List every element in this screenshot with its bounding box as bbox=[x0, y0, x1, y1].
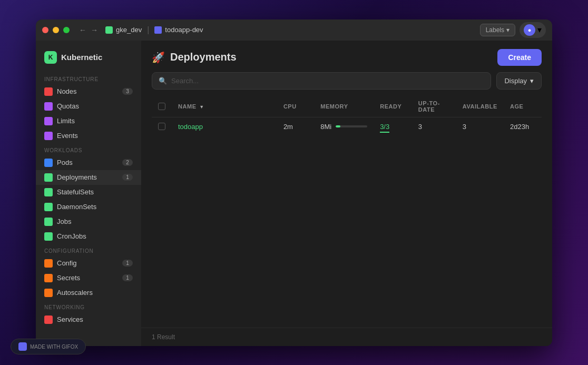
brand-name: Kubernetic bbox=[61, 53, 102, 62]
config-icon bbox=[44, 259, 53, 268]
deployments-table: NAME ▼ CPU MEMORY READY bbox=[152, 96, 542, 136]
sidebar-item-pods[interactable]: Pods 2 bbox=[36, 155, 141, 170]
th-age[interactable]: AGE bbox=[504, 96, 542, 117]
sidebar-item-cronjobs[interactable]: CronJobs bbox=[36, 229, 141, 244]
sidebar-item-secrets[interactable]: Secrets 1 bbox=[36, 271, 141, 285]
sidebar-item-daemonsets[interactable]: DaemonSets bbox=[36, 200, 141, 214]
cronjobs-label: CronJobs bbox=[57, 232, 133, 240]
create-button[interactable]: Create bbox=[497, 49, 542, 66]
toolbar: 🔍 Display ▾ bbox=[141, 72, 552, 96]
row-memory: 8Mi bbox=[314, 117, 374, 136]
memory-bar-bg bbox=[336, 125, 367, 127]
nodes-icon bbox=[44, 87, 53, 96]
th-ready[interactable]: READY bbox=[374, 96, 412, 117]
gifox-icon bbox=[18, 342, 27, 351]
row-ready: 3/3 bbox=[374, 117, 412, 136]
sidebar-item-deployments[interactable]: Deployments 1 bbox=[36, 170, 141, 185]
main-panel: 🚀 Deployments Create 🔍 Display ▾ bbox=[141, 41, 552, 346]
cluster-name[interactable]: gke_dev bbox=[116, 26, 142, 34]
cluster-icon bbox=[105, 26, 113, 34]
autoscalers-label: Autoscalers bbox=[57, 289, 133, 297]
sidebar-item-nodes[interactable]: Nodes 3 bbox=[36, 84, 141, 99]
breadcrumb: gke_dev | todoapp-dev bbox=[105, 25, 203, 35]
sidebar-item-statefulsets[interactable]: StatefulSets bbox=[36, 185, 141, 200]
display-label: Display bbox=[504, 77, 527, 85]
events-label: Events bbox=[57, 132, 133, 140]
namespace-icon bbox=[154, 26, 162, 34]
breadcrumb-separator: | bbox=[147, 25, 149, 35]
row-checkbox-cell bbox=[152, 117, 172, 136]
services-label: Services bbox=[57, 315, 133, 323]
search-box: 🔍 bbox=[152, 72, 491, 90]
th-name[interactable]: NAME ▼ bbox=[172, 96, 277, 117]
autoscalers-icon bbox=[44, 289, 53, 297]
avatar-icon: ● bbox=[528, 27, 532, 33]
quotas-icon bbox=[44, 102, 53, 111]
page-title: Deployments bbox=[170, 51, 492, 63]
memory-bar-fill bbox=[336, 125, 340, 127]
th-available[interactable]: AVAILABLE bbox=[456, 96, 504, 117]
sidebar-item-jobs[interactable]: Jobs bbox=[36, 214, 141, 229]
memory-bar-wrap: 8Mi bbox=[320, 123, 367, 131]
gifox-badge: MADE WITH GIFOX bbox=[11, 339, 86, 354]
display-button[interactable]: Display ▾ bbox=[496, 72, 542, 90]
deployments-icon bbox=[44, 173, 53, 182]
pods-label: Pods bbox=[57, 159, 118, 166]
daemonsets-label: DaemonSets bbox=[57, 203, 133, 211]
deployments-label: Deployments bbox=[57, 173, 118, 181]
ready-badge: 3/3 bbox=[380, 123, 389, 133]
display-chevron-icon: ▾ bbox=[530, 77, 534, 85]
th-checkbox bbox=[152, 96, 172, 117]
labels-dropdown[interactable]: Labels ▾ bbox=[480, 24, 515, 36]
secrets-icon bbox=[44, 274, 53, 282]
user-menu[interactable]: ● ▾ bbox=[520, 22, 546, 38]
sidebar-item-autoscalers[interactable]: Autoscalers bbox=[36, 285, 141, 300]
labels-chevron: ▾ bbox=[506, 26, 509, 34]
row-cpu: 2m bbox=[277, 117, 314, 136]
row-checkbox[interactable] bbox=[158, 123, 165, 130]
jobs-icon bbox=[44, 218, 53, 226]
sidebar-item-events[interactable]: Events bbox=[36, 129, 141, 143]
secrets-label: Secrets bbox=[57, 274, 118, 282]
deployment-link[interactable]: todoapp bbox=[178, 123, 203, 131]
sidebar-item-services[interactable]: Services bbox=[36, 312, 141, 327]
namespace-name[interactable]: todoapp-dev bbox=[165, 26, 203, 34]
limits-label: Limits bbox=[57, 117, 133, 125]
titlebar-right: Labels ▾ ● ▾ bbox=[480, 22, 546, 38]
deployments-badge: 1 bbox=[122, 174, 133, 181]
result-count: 1 Result bbox=[152, 333, 175, 341]
th-cpu[interactable]: CPU bbox=[277, 96, 314, 117]
page-title-icon: 🚀 bbox=[152, 51, 165, 64]
select-all-checkbox[interactable] bbox=[158, 103, 165, 110]
forward-button[interactable]: → bbox=[91, 26, 98, 34]
back-button[interactable]: ← bbox=[79, 26, 86, 34]
traffic-light-minimize[interactable] bbox=[53, 27, 59, 33]
section-networking: Networking bbox=[36, 300, 141, 312]
user-chevron: ▾ bbox=[537, 25, 542, 35]
config-badge: 1 bbox=[122, 260, 133, 267]
section-infrastructure: Infrastructure bbox=[36, 72, 141, 84]
pods-badge: 2 bbox=[122, 159, 133, 166]
row-uptodate: 3 bbox=[412, 117, 456, 136]
navigation-arrows: ← → bbox=[79, 26, 98, 34]
labels-label: Labels bbox=[486, 26, 504, 34]
search-icon: 🔍 bbox=[159, 77, 167, 85]
config-label: Config bbox=[57, 259, 118, 267]
search-input[interactable] bbox=[171, 77, 484, 85]
sidebar: K Kubernetic Infrastructure Nodes 3 Quot… bbox=[36, 41, 141, 346]
th-uptodate[interactable]: UP-TO-DATE bbox=[412, 96, 456, 117]
jobs-label: Jobs bbox=[57, 218, 133, 225]
traffic-light-close[interactable] bbox=[42, 27, 48, 33]
sidebar-item-quotas[interactable]: Quotas bbox=[36, 99, 141, 114]
table-container: NAME ▼ CPU MEMORY READY bbox=[141, 96, 552, 328]
sidebar-item-limits[interactable]: Limits bbox=[36, 114, 141, 129]
th-memory[interactable]: MEMORY bbox=[314, 96, 374, 117]
statefulsets-icon bbox=[44, 188, 53, 196]
sidebar-item-config[interactable]: Config 1 bbox=[36, 256, 141, 271]
gifox-label: MADE WITH GIFOX bbox=[30, 344, 78, 350]
nodes-label: Nodes bbox=[57, 87, 118, 95]
pods-icon bbox=[44, 159, 53, 167]
traffic-light-maximize[interactable] bbox=[63, 27, 70, 33]
row-age: 2d23h bbox=[504, 117, 542, 136]
nodes-badge: 3 bbox=[122, 88, 133, 95]
